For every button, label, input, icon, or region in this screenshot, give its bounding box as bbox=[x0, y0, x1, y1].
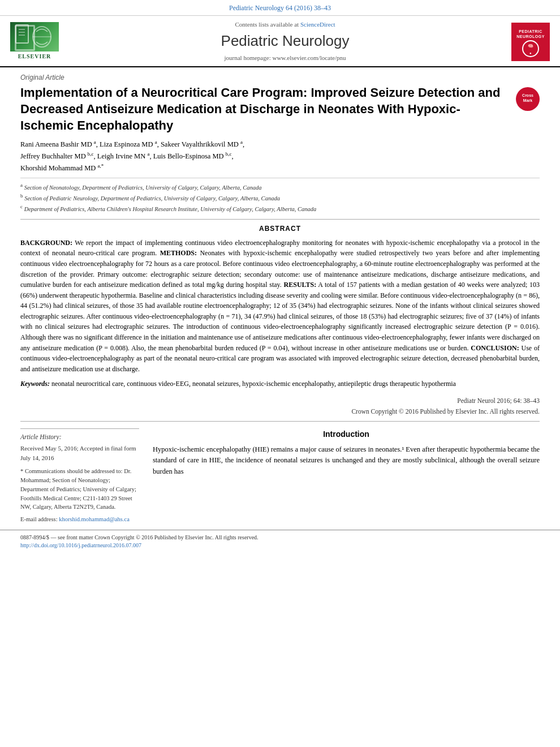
svg-text:NEUROLOGY: NEUROLOGY bbox=[516, 35, 545, 38]
title-row: Implementation of a Neurocritical Care P… bbox=[20, 85, 540, 138]
abstract-label: ABSTRACT bbox=[20, 224, 540, 234]
citation-block: Pediatr Neurol 2016; 64: 38–43 Crown Cop… bbox=[20, 396, 540, 417]
svg-text:Cross: Cross bbox=[522, 93, 533, 97]
science-direct-notice: Contents lists available at ScienceDirec… bbox=[66, 20, 505, 29]
affiliation-a: a Section of Neonatology, Department of … bbox=[20, 182, 540, 192]
citation-line1: Pediatr Neurol 2016; 64: 38–43 bbox=[20, 396, 540, 406]
divider-1 bbox=[20, 219, 540, 220]
background-label: BACKGROUND: bbox=[20, 239, 72, 247]
email-notice: E-mail address: khorshid.mohammad@ahs.ca bbox=[20, 515, 139, 524]
journal-logo-right: PEDIATRIC NEUROLOGY 🧠 ● bbox=[510, 23, 551, 61]
history-received: Received May 5, 2016; Accepted in final … bbox=[20, 444, 139, 462]
results-label: RESULTS: bbox=[284, 281, 317, 289]
affiliation-b: b Section of Pediatric Neurology, Depart… bbox=[20, 192, 540, 203]
correspondence-note: * Communications should be addressed to:… bbox=[20, 467, 139, 512]
introduction-text: Hypoxic-ischemic encephalopathy (HIE) re… bbox=[153, 444, 540, 477]
authors-line: Rani Ameena Bashir MD a, Liza Espinoza M… bbox=[20, 138, 540, 174]
journal-homepage: journal homepage: www.elsevier.com/locat… bbox=[66, 54, 505, 63]
journal-header: ELSEVIER Contents lists available at Sci… bbox=[0, 16, 560, 67]
affiliation-c: c Department of Pediatrics, Alberta Chil… bbox=[20, 203, 540, 213]
keywords-line: Keywords: neonatal neurocritical care, c… bbox=[20, 379, 540, 389]
doi-link[interactable]: http://dx.doi.org/10.1016/j.pediatrneuro… bbox=[20, 542, 141, 548]
journal-title: Pediatric Neurology bbox=[66, 31, 505, 52]
bottom-bar: 0887-8994/$ — see front matter Crown Cop… bbox=[0, 530, 560, 552]
history-title: Article History: bbox=[20, 432, 139, 442]
journal-citation-text: Pediatric Neurology 64 (2016) 38–43 bbox=[229, 4, 331, 12]
science-direct-link[interactable]: ScienceDirect bbox=[300, 21, 335, 28]
keywords-text: neonatal neurocritical care, continuous … bbox=[50, 380, 456, 388]
left-column: Article History: Received May 5, 2016; A… bbox=[20, 428, 139, 524]
email-link[interactable]: khorshid.mohammad@ahs.ca bbox=[59, 516, 130, 522]
journal-center: Contents lists available at ScienceDirec… bbox=[66, 20, 505, 63]
article-title: Implementation of a Neurocritical Care P… bbox=[20, 85, 510, 134]
article-body: Original Article Implementation of a Neu… bbox=[0, 67, 560, 530]
svg-text:Mark: Mark bbox=[523, 98, 532, 102]
article-type: Original Article bbox=[20, 73, 540, 83]
two-column-section: Article History: Received May 5, 2016; A… bbox=[20, 428, 540, 524]
divider-2 bbox=[20, 421, 540, 422]
keywords-label: Keywords: bbox=[20, 380, 50, 388]
svg-rect-0 bbox=[16, 25, 28, 43]
results-text: A total of 157 patients with a median ge… bbox=[20, 281, 540, 352]
conclusion-label: CONCLUSION: bbox=[471, 344, 519, 352]
abstract-text: BACKGROUND: We report the impact of impl… bbox=[20, 238, 540, 375]
issn-notice: 0887-8994/$ — see front matter Crown Cop… bbox=[20, 534, 540, 542]
affiliations: a Section of Neonatology, Department of … bbox=[20, 178, 540, 214]
abstract-section: ABSTRACT BACKGROUND: We report the impac… bbox=[20, 224, 540, 389]
journal-citation-bar: Pediatric Neurology 64 (2016) 38–43 bbox=[0, 0, 560, 16]
crossmark-badge: Cross Mark bbox=[516, 87, 540, 111]
svg-rect-6 bbox=[511, 23, 550, 61]
article-history: Article History: Received May 5, 2016; A… bbox=[20, 428, 139, 462]
elsevier-label-text: ELSEVIER bbox=[18, 53, 51, 61]
right-column: Introduction Hypoxic-ischemic encephalop… bbox=[153, 428, 540, 524]
elsevier-logo: ELSEVIER bbox=[9, 22, 60, 61]
citation-line2: Crown Copyright © 2016 Published by Else… bbox=[20, 406, 540, 417]
elsevier-logo-image bbox=[10, 22, 59, 51]
svg-text:●: ● bbox=[529, 51, 532, 55]
introduction-title: Introduction bbox=[153, 428, 540, 441]
svg-text:🧠: 🧠 bbox=[528, 43, 534, 49]
methods-label: METHODS: bbox=[160, 249, 197, 257]
journal-logo-image: PEDIATRIC NEUROLOGY 🧠 ● bbox=[511, 23, 550, 61]
svg-text:PEDIATRIC: PEDIATRIC bbox=[519, 29, 542, 33]
